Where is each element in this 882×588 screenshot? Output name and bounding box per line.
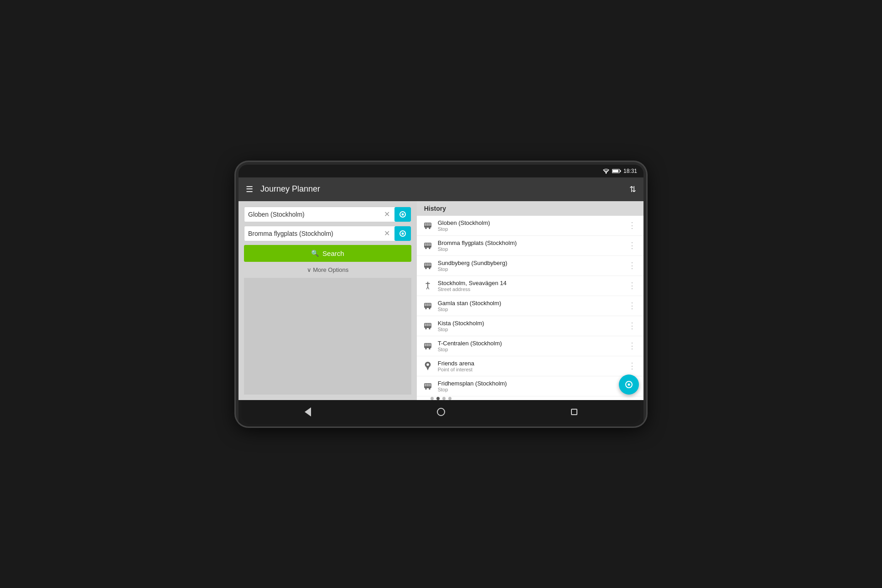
item-name-6: T-Centralen (Stockholm) [438, 340, 622, 347]
item-menu-4[interactable]: ⋮ [626, 300, 638, 312]
tablet-device: 18:31 ☰ Journey Planner ⇅ Globen (Stockh… [236, 162, 646, 427]
item-menu-6[interactable]: ⋮ [626, 340, 638, 352]
item-type-5: Stop [438, 327, 622, 332]
item-type-7: Point of interest [438, 367, 622, 372]
wifi-icon [602, 168, 610, 174]
nav-bar [241, 400, 641, 424]
bus-icon [423, 381, 432, 390]
item-menu-5[interactable]: ⋮ [626, 320, 638, 332]
status-time: 18:31 [623, 168, 637, 174]
svg-rect-51 [426, 384, 427, 386]
search-magnifier-icon: 🔍 [311, 250, 319, 257]
item-name-1: Bromma flygplats (Stockholm) [438, 239, 622, 246]
from-input[interactable]: Globen (Stockholm) [248, 211, 381, 218]
app-area: ☰ Journey Planner ⇅ Globen (Stockholm) ✕ [239, 177, 643, 400]
item-icon-4 [422, 300, 433, 311]
svg-line-25 [428, 287, 429, 289]
to-search-box: Bromma flygplats (Stockholm) ✕ [244, 226, 411, 241]
history-item[interactable]: Sundbyberg (Sundbyberg) Stop ⋮ [417, 256, 643, 276]
app-toolbar: ☰ Journey Planner ⇅ [239, 177, 643, 201]
svg-point-19 [429, 268, 431, 270]
svg-rect-39 [425, 343, 431, 346]
fab-location-button[interactable] [619, 375, 639, 395]
svg-rect-15 [429, 243, 429, 246]
status-bar: 18:31 [239, 165, 643, 177]
svg-rect-14 [426, 243, 427, 246]
item-type-1: Stop [438, 246, 622, 252]
item-content-0: Globen (Stockholm) Stop [438, 219, 622, 232]
history-list: Globen (Stockholm) Stop ⋮ Bromma flygpla… [417, 216, 643, 400]
svg-point-45 [426, 364, 429, 366]
svg-rect-33 [425, 323, 431, 326]
item-name-0: Globen (Stockholm) [438, 219, 622, 226]
back-icon [305, 407, 311, 416]
map-area [244, 278, 411, 395]
svg-rect-30 [426, 303, 427, 306]
fab-location-icon [625, 381, 633, 388]
hamburger-icon[interactable]: ☰ [246, 184, 253, 194]
to-location-button[interactable] [394, 226, 411, 241]
svg-rect-36 [426, 323, 427, 326]
history-item[interactable]: Fridhemsplan (Stockholm) Stop ⋮ [417, 376, 643, 396]
svg-point-34 [425, 328, 427, 330]
item-content-4: Gamla stan (Stockholm) Stop [438, 300, 622, 312]
bus-icon [423, 241, 432, 250]
item-icon-1 [422, 240, 433, 251]
nav-recents-button[interactable] [563, 401, 586, 423]
item-type-8: Stop [438, 387, 622, 392]
svg-point-13 [429, 248, 431, 250]
history-item[interactable]: Bromma flygplats (Stockholm) Stop ⋮ [417, 236, 643, 256]
item-content-3: Stockholm, Sveavägen 14 Street address [438, 280, 622, 292]
history-item[interactable]: T-Centralen (Stockholm) Stop ⋮ [417, 336, 643, 356]
svg-rect-3 [612, 170, 618, 172]
svg-point-7 [429, 228, 431, 229]
pagination-dot-2 [442, 397, 446, 400]
svg-rect-9 [429, 223, 429, 226]
pagination-dot-3 [448, 397, 451, 400]
item-content-8: Fridhemsplan (Stockholm) Stop [438, 380, 622, 392]
item-content-1: Bromma flygplats (Stockholm) Stop [438, 239, 622, 252]
svg-point-49 [425, 388, 427, 390]
svg-point-18 [425, 268, 427, 270]
item-name-2: Sundbyberg (Sundbyberg) [438, 260, 622, 266]
to-clear-button[interactable]: ✕ [384, 230, 390, 237]
nav-home-button[interactable] [430, 401, 452, 423]
from-search-box: Globen (Stockholm) ✕ [244, 207, 411, 222]
svg-rect-31 [429, 303, 429, 306]
to-input[interactable]: Bromma flygplats (Stockholm) [248, 230, 381, 237]
item-icon-8 [422, 380, 433, 391]
history-item[interactable]: Globen (Stockholm) Stop ⋮ [417, 216, 643, 236]
pagination-dots [431, 397, 451, 400]
from-clear-button[interactable]: ✕ [384, 211, 390, 218]
svg-point-35 [429, 328, 431, 330]
item-menu-1[interactable]: ⋮ [626, 239, 638, 251]
history-item[interactable]: Kista (Stockholm) Stop ⋮ [417, 316, 643, 336]
sort-icon[interactable]: ⇅ [629, 184, 636, 194]
history-item[interactable]: Stockholm, Sveavägen 14 Street address ⋮ [417, 276, 643, 296]
more-options-button[interactable]: ∨ More Options [244, 265, 411, 274]
from-location-button[interactable] [394, 207, 411, 222]
battery-icon [612, 168, 621, 174]
item-menu-0[interactable]: ⋮ [626, 219, 638, 231]
search-button-label: Search [322, 250, 344, 257]
item-name-8: Fridhemsplan (Stockholm) [438, 380, 622, 387]
item-icon-7 [422, 360, 433, 371]
item-type-0: Stop [438, 226, 622, 232]
search-button[interactable]: 🔍 Search [244, 245, 411, 262]
item-content-2: Sundbyberg (Sundbyberg) Stop [438, 260, 622, 272]
item-type-4: Stop [438, 307, 622, 312]
item-content-7: Friends arena Point of interest [438, 360, 622, 372]
nav-back-button[interactable] [296, 401, 319, 423]
item-menu-3[interactable]: ⋮ [626, 280, 638, 291]
history-item[interactable]: Gamla stan (Stockholm) Stop ⋮ [417, 296, 643, 316]
item-menu-7[interactable]: ⋮ [626, 360, 638, 372]
item-menu-2[interactable]: ⋮ [626, 260, 638, 271]
history-item[interactable]: Friends arena Point of interest ⋮ [417, 356, 643, 376]
svg-rect-17 [425, 263, 431, 266]
history-header: History [417, 201, 643, 216]
tablet-screen: 18:31 ☰ Journey Planner ⇅ Globen (Stockh… [239, 165, 643, 427]
right-panel: History Globen (Stockholm) Stop ⋮ [417, 201, 643, 400]
item-icon-0 [422, 220, 433, 231]
street-icon [424, 281, 432, 290]
item-icon-3 [422, 280, 433, 291]
